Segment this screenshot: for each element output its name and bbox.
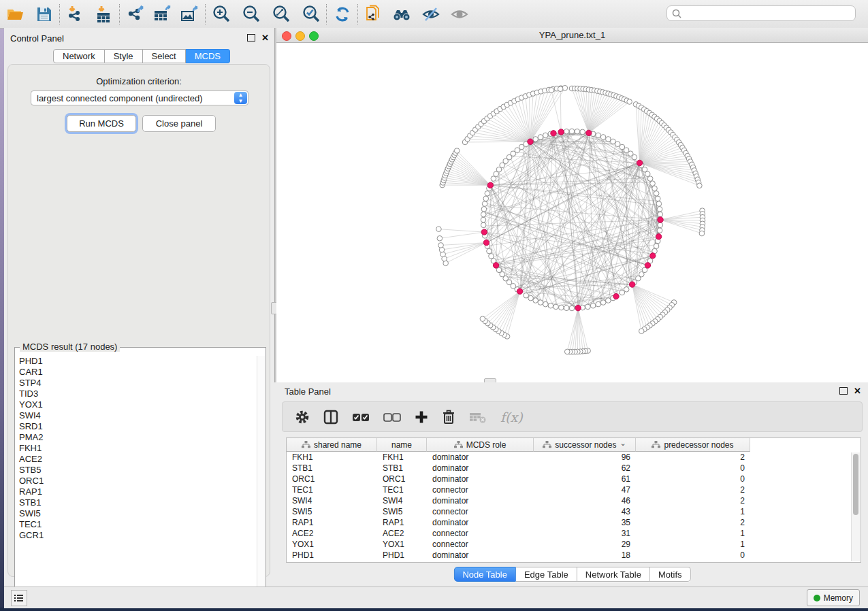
search-network-icon[interactable] bbox=[392, 4, 413, 24]
zoom-selected-icon[interactable] bbox=[301, 4, 321, 24]
mcds-result-item[interactable]: STP4 bbox=[19, 378, 44, 389]
clone-network-icon[interactable] bbox=[364, 4, 384, 24]
table-row[interactable]: PHD1PHD1dominator180 bbox=[287, 550, 861, 561]
table-row[interactable]: FKH1FKH1dominator962 bbox=[287, 452, 861, 463]
tab-edge-table[interactable]: Edge Table bbox=[516, 567, 577, 582]
mcds-result-item[interactable]: STB5 bbox=[19, 465, 44, 476]
table-cell: SWI5 bbox=[287, 507, 377, 516]
open-session-icon[interactable] bbox=[5, 4, 26, 24]
table-cell: 61 bbox=[534, 474, 636, 484]
table-cell: 31 bbox=[534, 529, 636, 538]
column-header-MCDS-role[interactable]: MCDS role bbox=[427, 438, 534, 452]
table-cell: 35 bbox=[534, 518, 636, 527]
network-canvas-svg bbox=[276, 43, 868, 382]
mcds-result-item[interactable]: FKH1 bbox=[19, 443, 44, 454]
mcds-result-item[interactable]: PHD1 bbox=[19, 356, 44, 367]
mcds-result-item[interactable]: GCR1 bbox=[19, 530, 44, 541]
tab-node-table[interactable]: Node Table bbox=[453, 567, 516, 582]
table-toolbar: f(x) bbox=[282, 401, 863, 432]
memory-button[interactable]: Memory bbox=[807, 589, 860, 606]
add-column-icon[interactable] bbox=[415, 410, 428, 424]
tab-style[interactable]: Style bbox=[105, 49, 143, 63]
mcds-result-item[interactable]: ORC1 bbox=[19, 476, 44, 486]
close-panel-button[interactable]: Close panel bbox=[142, 115, 216, 132]
float-window-icon[interactable] bbox=[247, 34, 255, 42]
table-row[interactable]: YOX1YOX1connector291 bbox=[287, 539, 861, 550]
zoom-in-icon[interactable] bbox=[211, 4, 231, 24]
mcds-result-item[interactable]: TID3 bbox=[19, 389, 44, 399]
table-scrollbar[interactable] bbox=[851, 452, 860, 561]
table-row[interactable]: TEC1TEC1connector472 bbox=[287, 484, 861, 495]
search-field[interactable] bbox=[666, 5, 856, 21]
run-mcds-button[interactable]: Run MCDS bbox=[67, 115, 136, 132]
mcds-result-item[interactable]: SWI5 bbox=[19, 508, 44, 519]
select-stepper-icon: ▲▼ bbox=[234, 92, 247, 104]
table-row[interactable]: ORC1ORC1dominator610 bbox=[287, 474, 861, 484]
deselect-all-rows-icon[interactable] bbox=[383, 412, 401, 423]
table-row[interactable]: RAP1RAP1dominator352 bbox=[287, 517, 861, 528]
mcds-result-item[interactable]: SRD1 bbox=[19, 421, 44, 432]
tab-mcds[interactable]: MCDS bbox=[186, 49, 230, 63]
table-cell: 47 bbox=[534, 485, 636, 495]
column-header-shared-name[interactable]: shared name bbox=[287, 438, 377, 452]
save-session-icon[interactable] bbox=[34, 4, 54, 24]
network-canvas[interactable] bbox=[276, 43, 868, 382]
table-scrollbar-thumb[interactable] bbox=[853, 454, 858, 515]
mcds-result-item[interactable]: PMA2 bbox=[19, 432, 44, 443]
tab-network[interactable]: Network bbox=[53, 49, 105, 63]
mcds-result-item[interactable]: STB1 bbox=[19, 497, 44, 508]
column-header-successor-nodes[interactable]: successor nodes⌄ bbox=[534, 438, 636, 452]
function-builder-icon: f(x) bbox=[500, 410, 523, 425]
table-row[interactable]: SWI4SWI4dominator462 bbox=[287, 495, 861, 506]
mcds-result-item[interactable]: ACE2 bbox=[19, 454, 44, 465]
mcds-result-title: MCDS result (17 nodes) bbox=[20, 342, 120, 352]
mcds-result-item[interactable]: YOX1 bbox=[19, 399, 44, 410]
result-scrollbar[interactable] bbox=[257, 356, 265, 599]
show-columns-icon[interactable] bbox=[323, 410, 338, 425]
table-cell: FKH1 bbox=[377, 452, 427, 462]
select-all-rows-icon[interactable] bbox=[352, 412, 370, 423]
import-network-icon[interactable] bbox=[65, 4, 86, 24]
tab-motifs[interactable]: Motifs bbox=[650, 567, 691, 582]
mcds-result-item[interactable]: RAP1 bbox=[19, 486, 44, 497]
tab-network-table[interactable]: Network Table bbox=[577, 567, 650, 582]
export-table-icon[interactable] bbox=[152, 4, 173, 24]
export-image-icon[interactable] bbox=[180, 4, 200, 24]
tab-select[interactable]: Select bbox=[143, 49, 186, 63]
table-cell: ACE2 bbox=[287, 529, 377, 538]
table-row[interactable]: ACE2ACE2connector311 bbox=[287, 528, 861, 539]
toolbar-separator bbox=[357, 4, 359, 24]
table-cell: 1 bbox=[636, 529, 750, 538]
panel-menu-button[interactable] bbox=[11, 590, 27, 606]
table-cell: RAP1 bbox=[377, 518, 427, 527]
column-header-name[interactable]: name bbox=[377, 438, 427, 452]
table-row[interactable]: SWI5SWI5connector431 bbox=[287, 506, 861, 517]
column-header-predecessor-nodes[interactable]: predecessor nodes bbox=[636, 438, 750, 452]
export-network-icon[interactable] bbox=[125, 4, 146, 24]
hide-selected-icon[interactable] bbox=[421, 4, 441, 24]
close-panel-icon[interactable]: ✕ bbox=[261, 35, 269, 42]
import-table-icon[interactable] bbox=[94, 4, 114, 24]
table-cell: 1 bbox=[636, 540, 750, 549]
zoom-out-icon[interactable] bbox=[241, 4, 261, 24]
status-bar: Memory bbox=[4, 587, 868, 608]
network-window-titlebar[interactable]: YPA_prune.txt_1 bbox=[276, 28, 868, 43]
show-all-icon[interactable] bbox=[449, 4, 470, 24]
table-settings-gear-icon[interactable] bbox=[295, 410, 310, 425]
mcds-result-item[interactable]: TEC1 bbox=[19, 519, 44, 530]
mcds-result-list[interactable]: PHD1CAR1STP4TID3YOX1SWI4SRD1PMA2FKH1ACE2… bbox=[14, 347, 266, 600]
table-row[interactable]: STB1STB1dominator620 bbox=[287, 463, 861, 474]
close-panel-icon[interactable]: ✕ bbox=[854, 388, 861, 395]
table-body: FKH1FKH1dominator962STB1STB1dominator620… bbox=[287, 452, 861, 562]
mcds-tab-content: Optimization criterion: largest connecte… bbox=[7, 64, 270, 577]
mcds-result-item[interactable]: SWI4 bbox=[19, 410, 44, 421]
float-window-icon[interactable] bbox=[839, 387, 848, 395]
table-header-row: shared namenameMCDS rolesuccessor nodes⌄… bbox=[287, 438, 750, 452]
apply-layout-icon[interactable] bbox=[332, 4, 353, 24]
criterion-select[interactable]: largest connected component (undirected)… bbox=[31, 90, 248, 105]
search-input[interactable] bbox=[682, 8, 855, 19]
mcds-result-item[interactable]: CAR1 bbox=[19, 367, 44, 378]
zoom-fit-icon[interactable] bbox=[271, 4, 291, 24]
delete-column-trash-icon[interactable] bbox=[442, 410, 455, 425]
table-cell: 46 bbox=[534, 496, 636, 506]
